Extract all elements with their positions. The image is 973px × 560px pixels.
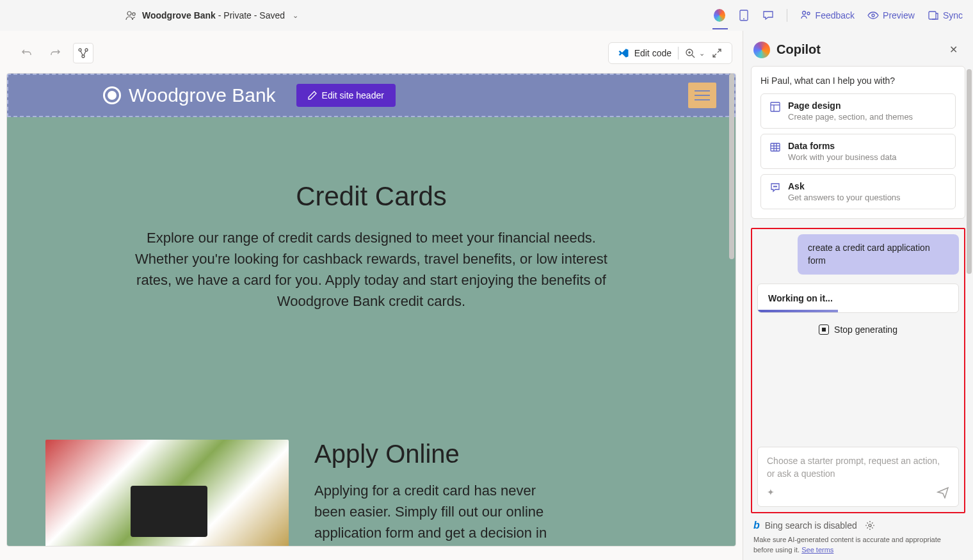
vscode-icon (618, 47, 629, 59)
hero-text: Explore our range of credit cards design… (128, 227, 615, 312)
canvas-content[interactable]: Woodgrove Bank Edit site header Credit C… (6, 73, 736, 547)
expand-button[interactable] (711, 47, 723, 59)
greeting-card: Hi Paul, what can I help you with? Page … (751, 66, 965, 219)
svg-rect-7 (929, 12, 936, 19)
hero-title: Credit Cards (45, 181, 697, 212)
svg-point-24 (775, 186, 776, 187)
tablet-icon[interactable] (738, 10, 750, 21)
prompt-label: Data forms (788, 141, 897, 151)
edit-site-header-button[interactable]: Edit site header (296, 84, 396, 107)
scrollbar[interactable] (967, 69, 972, 274)
svg-point-23 (774, 186, 775, 187)
greeting-text: Hi Paul, what can I help you with? (760, 76, 956, 86)
relationships-button[interactable] (73, 43, 93, 63)
document-title-group[interactable]: Woodgrove Bank - Private - Saved ⌄ (125, 10, 298, 21)
site-brand: Woodgrove Bank Edit site header (103, 84, 396, 107)
edit-code-button[interactable]: Edit code (618, 47, 671, 59)
copilot-panel: Copilot ✕ Hi Paul, what can I help you w… (743, 31, 973, 560)
bing-icon: b (753, 520, 760, 531)
brand-name: Woodgrove Bank (129, 84, 276, 106)
send-icon[interactable] (937, 486, 949, 499)
divider (678, 47, 679, 60)
working-status: Working on it... (757, 284, 959, 313)
people-icon (125, 10, 137, 21)
stop-icon (819, 324, 829, 335)
chevron-down-icon[interactable]: ⌄ (293, 12, 298, 20)
pencil-icon (308, 91, 317, 100)
apply-text: Applying for a credit card has never bee… (314, 480, 570, 543)
copilot-header: Copilot ✕ (751, 38, 965, 66)
apply-section[interactable]: Apply Online Applying for a credit card … (7, 350, 736, 547)
prompt-desc: Work with your business data (788, 152, 897, 162)
gear-icon[interactable] (865, 520, 875, 531)
chat-icon (769, 181, 782, 194)
stop-generating-button[interactable]: Stop generating (757, 322, 959, 337)
svg-point-6 (872, 14, 874, 17)
brand-logo-icon (103, 86, 121, 104)
apply-image (45, 440, 289, 547)
canvas-area: Edit code ⌄ Woodgrove Bank (0, 31, 743, 560)
sparkle-icon[interactable]: ✦ (767, 487, 775, 497)
divider (787, 9, 787, 22)
svg-point-8 (79, 49, 81, 51)
hero-section[interactable]: Credit Cards Explore our range of credit… (7, 117, 736, 350)
site-header[interactable]: Woodgrove Bank Edit site header (7, 74, 736, 117)
close-icon[interactable]: ✕ (947, 41, 960, 58)
comment-icon[interactable] (762, 10, 774, 21)
svg-point-10 (82, 55, 84, 58)
user-message: create a credit card application form (798, 234, 959, 275)
svg-point-9 (85, 49, 88, 51)
bing-status-text: Bing search is disabled (765, 520, 857, 531)
progress-bar (758, 310, 838, 312)
layout-icon (769, 100, 782, 113)
prompt-label: Ask (788, 181, 901, 191)
prompt-page-design[interactable]: Page design Create page, section, and th… (760, 93, 956, 129)
copilot-toggle[interactable] (714, 10, 725, 21)
svg-point-4 (802, 12, 805, 15)
undo-button[interactable] (17, 43, 37, 63)
input-placeholder: Choose a starter prompt, request an acti… (767, 455, 949, 481)
zoom-button[interactable] (685, 48, 695, 58)
copilot-logo-icon (753, 42, 770, 58)
svg-line-12 (692, 55, 695, 58)
zoom-dropdown-icon[interactable]: ⌄ (699, 49, 705, 58)
bing-status-row: b Bing search is disabled (751, 513, 965, 535)
sync-button[interactable]: Sync (928, 10, 963, 21)
copilot-title: Copilot (776, 42, 821, 57)
prompt-ask[interactable]: Ask Get answers to your questions (760, 174, 956, 209)
redo-button[interactable] (45, 43, 65, 63)
feedback-button[interactable]: Feedback (800, 10, 855, 21)
canvas-toolbar: Edit code ⌄ (6, 37, 743, 69)
apply-title: Apply Online (314, 440, 570, 468)
conversation-highlight: create a credit card application form Wo… (751, 228, 965, 513)
prompt-desc: Get answers to your questions (788, 193, 901, 202)
document-title: Woodgrove Bank - Private - Saved (142, 10, 285, 20)
top-bar: Woodgrove Bank - Private - Saved ⌄ Feedb… (0, 0, 973, 31)
svg-point-0 (127, 12, 131, 15)
svg-rect-15 (771, 102, 780, 111)
preview-button[interactable]: Preview (867, 10, 915, 21)
svg-point-25 (776, 186, 777, 187)
prompt-data-forms[interactable]: Data forms Work with your business data (760, 134, 956, 169)
prompt-label: Page design (788, 100, 913, 111)
table-icon (769, 141, 782, 154)
svg-point-5 (807, 12, 810, 15)
top-actions: Feedback Preview Sync (714, 9, 963, 22)
see-terms-link[interactable]: See terms (801, 546, 833, 554)
svg-point-1 (133, 13, 135, 15)
scrollbar[interactable] (729, 74, 734, 259)
svg-rect-18 (771, 143, 780, 151)
copilot-input[interactable]: Choose a starter prompt, request an acti… (757, 447, 959, 507)
disclaimer: Make sure AI-generated content is accura… (751, 535, 965, 555)
hamburger-menu[interactable] (688, 83, 716, 108)
prompt-desc: Create page, section, and themes (788, 112, 913, 122)
svg-point-26 (869, 524, 871, 527)
